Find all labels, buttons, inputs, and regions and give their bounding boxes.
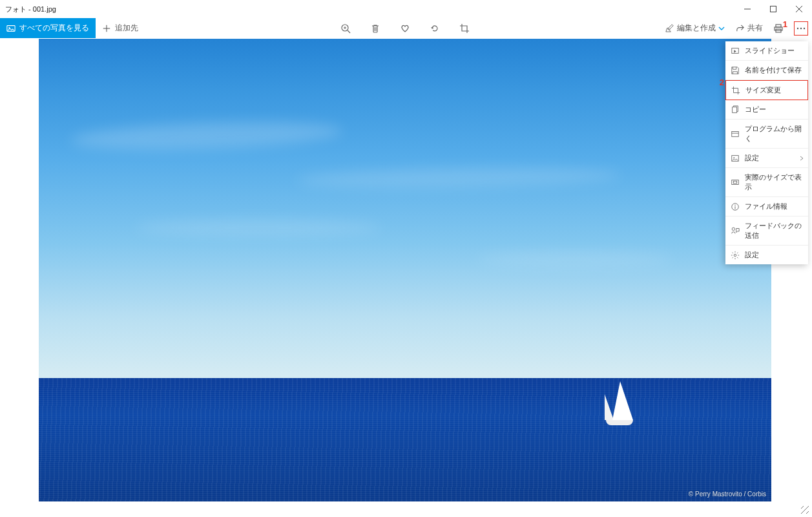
menu-settings[interactable]: 設定	[725, 246, 808, 264]
sea	[39, 378, 771, 501]
slideshow-icon	[731, 47, 740, 56]
set-as-icon	[731, 154, 740, 163]
menu-feedback[interactable]: フィードバックの送信	[725, 216, 808, 246]
window-controls	[734, 0, 812, 18]
resize-handle[interactable]	[800, 505, 810, 515]
menu-set-as[interactable]: 設定	[725, 149, 808, 168]
open-with-icon	[731, 129, 740, 138]
menu-label: スライドショー	[745, 46, 795, 56]
add-to-label: 追加先	[115, 23, 138, 34]
print-icon	[773, 23, 784, 34]
toolbar: すべての写真を見る 追加先 編集と作成	[0, 18, 812, 39]
menu-copy[interactable]: コピー	[725, 100, 808, 120]
cloud	[136, 220, 381, 236]
svg-rect-27	[733, 181, 736, 184]
maximize-button[interactable]	[760, 0, 786, 18]
rotate-button[interactable]	[428, 22, 441, 35]
menu-label: サイズ変更	[745, 85, 781, 95]
menu-slideshow[interactable]: スライドショー	[725, 41, 808, 61]
share-button[interactable]: 共有	[735, 23, 763, 34]
toolbar-center	[145, 22, 665, 35]
actual-size-icon	[731, 178, 740, 187]
share-icon	[735, 23, 745, 33]
sailboat	[601, 381, 646, 430]
menu-label: フィードバックの送信	[745, 221, 803, 240]
menu-label: 設定	[745, 250, 759, 260]
photo-canvas[interactable]: © Perry Mastrovito / Corbis	[39, 39, 771, 501]
favorite-button[interactable]	[399, 22, 411, 35]
see-all-photos-button[interactable]: すべての写真を見る	[0, 18, 96, 38]
titlebar: フォト - 001.jpg	[0, 0, 812, 18]
menu-actual-size[interactable]: 実際のサイズで表示	[725, 168, 808, 197]
menu-save-as[interactable]: 名前を付けて保存	[725, 61, 808, 80]
menu-label: ファイル情報	[745, 202, 787, 211]
menu-label: 設定	[745, 153, 759, 163]
print-button[interactable]	[773, 23, 784, 34]
menu-label: プログラムから開く	[745, 124, 803, 143]
svg-rect-22	[732, 132, 739, 137]
chevron-down-icon	[718, 25, 725, 32]
svg-point-19	[804, 27, 805, 28]
add-to-button[interactable]: 追加先	[96, 18, 145, 38]
svg-point-18	[800, 27, 802, 28]
gear-icon	[731, 251, 740, 260]
svg-rect-26	[732, 180, 739, 185]
chevron-right-icon	[799, 156, 804, 161]
menu-resize[interactable]: サイズ変更	[725, 80, 808, 100]
menu-label: 実際のサイズで表示	[745, 173, 803, 192]
plus-icon	[102, 24, 111, 33]
callout-1: 1	[783, 19, 787, 29]
window-title: フォト - 001.jpg	[5, 5, 734, 14]
toolbar-left: すべての写真を見る 追加先	[0, 18, 145, 38]
share-label: 共有	[747, 23, 763, 34]
edit-icon	[665, 23, 674, 33]
svg-point-17	[797, 27, 798, 28]
cloud	[297, 165, 620, 191]
svg-rect-1	[771, 6, 776, 12]
cloud	[70, 118, 342, 154]
toolbar-right: 編集と作成 共有	[665, 21, 812, 36]
cloud	[478, 252, 672, 266]
menu-label: コピー	[745, 105, 766, 114]
close-button[interactable]	[786, 0, 812, 18]
more-button[interactable]	[794, 21, 808, 36]
minimize-button[interactable]	[734, 0, 760, 18]
crop-button[interactable]	[458, 22, 471, 35]
resize-icon	[731, 86, 740, 95]
menu-file-info[interactable]: ファイル情報	[725, 197, 808, 216]
zoom-button[interactable]	[339, 22, 352, 35]
photos-icon	[6, 24, 16, 33]
svg-point-30	[734, 204, 735, 205]
save-icon	[731, 66, 740, 75]
delete-button[interactable]	[369, 22, 382, 35]
callout-2: 2	[720, 78, 724, 87]
sky	[39, 39, 771, 378]
image-credit: © Perry Mastrovito / Corbis	[689, 491, 766, 498]
see-all-label: すべての写真を見る	[19, 23, 89, 34]
svg-point-25	[733, 157, 734, 158]
info-icon	[731, 202, 740, 211]
svg-point-32	[734, 254, 736, 257]
svg-line-9	[348, 30, 350, 33]
feedback-icon	[731, 226, 740, 235]
edit-create-label: 編集と作成	[677, 23, 716, 34]
more-menu: スライドショー 名前を付けて保存 サイズ変更 コピー プログラムから開く 設定 …	[725, 41, 808, 264]
menu-label: 名前を付けて保存	[745, 65, 802, 75]
svg-rect-21	[733, 107, 737, 112]
copy-icon	[731, 105, 740, 114]
edit-create-button[interactable]: 編集と作成	[665, 23, 725, 34]
menu-open-with[interactable]: プログラムから開く	[725, 120, 808, 149]
svg-point-31	[732, 227, 734, 230]
